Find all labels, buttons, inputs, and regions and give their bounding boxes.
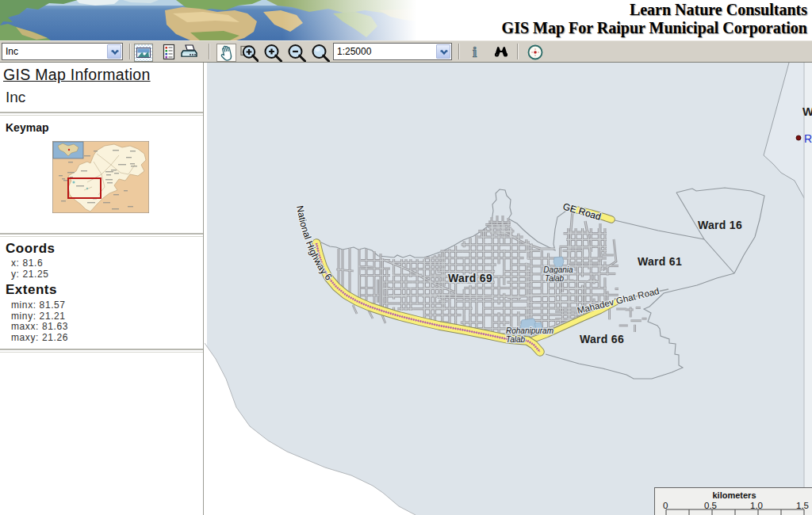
svg-text:Ward 16: Ward 16 [698,219,742,231]
svg-text:Ward 61: Ward 61 [638,255,682,268]
svg-text:Rohanipuram: Rohanipuram [506,326,553,335]
svg-text:Talab: Talab [506,335,526,344]
svg-text:National Highway 6: National Highway 6 [294,204,335,283]
svg-text:W: W [802,105,812,118]
svg-text:Talab: Talab [545,274,565,283]
svg-text:GE Road: GE Road [561,200,602,222]
svg-text:R: R [804,132,812,145]
svg-text:Dagania: Dagania [543,265,573,274]
svg-text:Ward 69: Ward 69 [448,272,492,284]
svg-text:i: i [473,44,477,60]
svg-text:Ward 66: Ward 66 [580,333,624,345]
